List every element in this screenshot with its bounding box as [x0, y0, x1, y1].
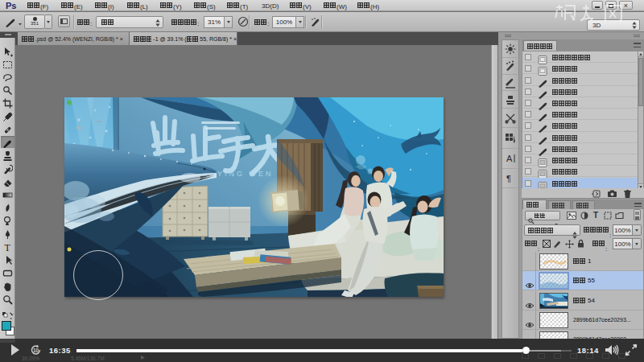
svg-text:A: A	[506, 154, 513, 163]
svg-text:¶: ¶	[506, 174, 511, 183]
svg-text:T: T	[4, 242, 10, 253]
svg-text:10: 10	[33, 348, 39, 353]
